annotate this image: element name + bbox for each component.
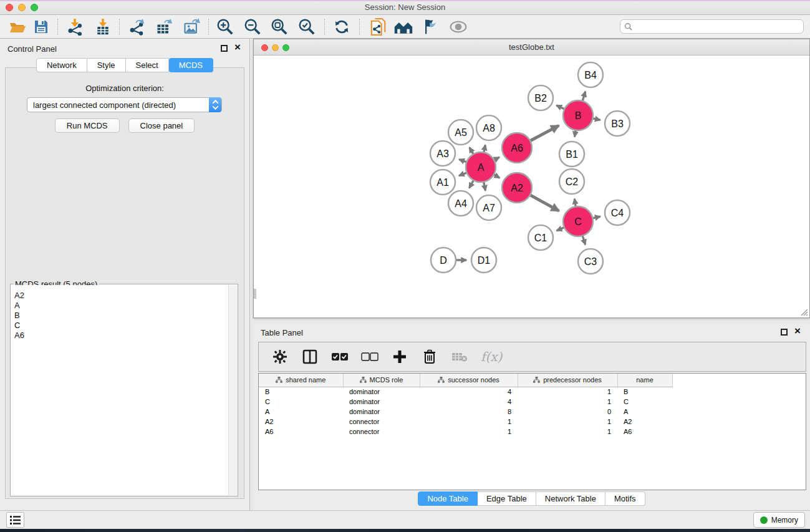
table-cell[interactable]: A6 (259, 427, 343, 437)
mcds-result-item[interactable]: A (14, 301, 228, 311)
table-row[interactable]: A2connector11A2 (259, 417, 672, 427)
graph-node-label: A1 (436, 177, 449, 188)
delete-table-button[interactable] (451, 348, 468, 365)
delete-column-button[interactable] (421, 348, 438, 365)
graph-node-label: A4 (455, 198, 467, 209)
split-columns-icon (302, 349, 317, 364)
open-session-button[interactable] (7, 17, 28, 37)
table-cell[interactable]: dominator (343, 397, 420, 407)
graph-edge-A6-B[interactable] (529, 125, 559, 141)
table-cell[interactable]: B (259, 387, 343, 397)
select-all-columns-button[interactable] (331, 348, 349, 365)
splitter-handle[interactable] (254, 289, 256, 299)
column-header-MCDS-role[interactable]: MCDS role (343, 374, 420, 387)
network-window-titlebar[interactable]: testGlobe.txt (254, 39, 809, 56)
column-header-shared-name[interactable]: shared name (259, 374, 343, 387)
mcds-result-item[interactable]: B (14, 311, 228, 321)
column-header-predecessor-nodes[interactable]: predecessor nodes (518, 374, 617, 387)
close-table-panel-icon[interactable]: × (794, 325, 801, 337)
float-table-panel-icon[interactable] (781, 329, 788, 336)
export-table-button[interactable] (153, 17, 175, 37)
table-cell[interactable]: A2 (259, 417, 343, 427)
show-all-button[interactable] (448, 17, 469, 37)
tab-node-table[interactable]: Node Table (418, 491, 478, 506)
apply-layout-button[interactable] (331, 17, 352, 37)
table-cell[interactable]: 1 (420, 427, 518, 437)
table-cell[interactable]: 8 (420, 407, 518, 417)
mcds-result-group: MCDS result (5 nodes) A2ABCA6 (10, 284, 238, 496)
table-cell[interactable]: 4 (420, 397, 518, 407)
save-session-button[interactable] (31, 17, 52, 37)
function-builder-button[interactable]: f(x) (481, 348, 502, 365)
import-network-icon (66, 18, 84, 36)
table-cell[interactable]: 1 (518, 387, 617, 397)
column-header-successor-nodes[interactable]: successor nodes (420, 374, 518, 387)
zoom-selected-button[interactable] (296, 17, 317, 37)
new-network-from-selection-button[interactable] (368, 17, 389, 37)
tab-select[interactable]: Select (126, 58, 169, 72)
tab-motifs[interactable]: Motifs (605, 491, 645, 506)
table-cell[interactable]: 1 (420, 417, 518, 427)
tab-edge-table[interactable]: Edge Table (478, 491, 536, 506)
zoom-in-button[interactable] (215, 17, 236, 37)
table-cell[interactable]: 0 (518, 407, 617, 417)
node-table-grid[interactable]: shared nameMCDS rolesuccessor nodesprede… (259, 374, 673, 437)
import-network-button[interactable] (64, 17, 85, 37)
tab-mcds[interactable]: MCDS (169, 58, 213, 72)
close-panel-button[interactable]: Close panel (128, 118, 195, 133)
table-cell[interactable]: A2 (617, 417, 672, 427)
deselect-all-columns-button[interactable] (361, 348, 378, 365)
table-cell[interactable]: 4 (420, 387, 518, 397)
column-header-name[interactable]: name (617, 374, 672, 387)
graph-node-label: C1 (534, 233, 547, 243)
table-row[interactable]: Adominator80A (259, 407, 672, 417)
status-bar: Memory (0, 510, 810, 529)
tab-style[interactable]: Style (87, 58, 126, 72)
table-cell[interactable]: dominator (343, 387, 420, 397)
import-table-button[interactable] (92, 17, 113, 37)
zoom-out-button[interactable] (242, 17, 263, 37)
mcds-result-list[interactable]: A2ABCA6 (11, 285, 228, 495)
mcds-result-item[interactable]: A2 (14, 291, 228, 301)
close-panel-icon[interactable]: × (234, 41, 241, 54)
zoom-fit-button[interactable] (269, 17, 290, 37)
table-settings-button[interactable] (271, 348, 289, 365)
table-row[interactable]: Cdominator41C (259, 397, 672, 407)
table-cell[interactable]: 1 (518, 417, 617, 427)
table-cell[interactable]: B (617, 387, 672, 397)
mcds-result-item[interactable]: A6 (14, 331, 228, 341)
table-row[interactable]: A6connector11A6 (259, 427, 672, 437)
table-cell[interactable]: C (617, 397, 672, 407)
mcds-result-item[interactable]: C (14, 321, 228, 331)
graph-edge-A2-C[interactable] (529, 195, 559, 211)
table-cell[interactable]: A (617, 407, 672, 417)
run-mcds-button[interactable]: Run MCDS (55, 118, 120, 133)
network-graph[interactable]: B4B2BB3A8A5A6A3B1AC2A1A2A4A7C4CC1DD1C3 (254, 56, 809, 317)
hide-selected-button[interactable] (420, 17, 441, 37)
memory-button[interactable]: Memory (753, 512, 805, 528)
add-column-button[interactable] (391, 348, 408, 365)
network-canvas[interactable]: B4B2BB3A8A5A6A3B1AC2A1A2A4A7C4CC1DD1C3 (254, 56, 809, 317)
tab-network[interactable]: Network (36, 58, 87, 72)
resize-grip-icon[interactable] (799, 307, 808, 316)
table-cell[interactable]: connector (343, 417, 420, 427)
table-cell[interactable]: A (259, 407, 343, 417)
export-image-button[interactable] (181, 17, 202, 37)
export-network-button[interactable] (127, 17, 148, 37)
search-input[interactable] (633, 22, 803, 31)
table-cell[interactable]: C (259, 397, 343, 407)
table-cell[interactable]: 1 (518, 397, 617, 407)
tab-network-table[interactable]: Network Table (536, 491, 605, 506)
mcds-list-scrollbar[interactable] (228, 285, 237, 495)
task-history-button[interactable] (6, 512, 24, 528)
table-row[interactable]: Bdominator41B (259, 387, 672, 397)
table-cell[interactable]: connector (343, 427, 420, 437)
float-panel-icon[interactable] (221, 45, 228, 52)
table-cell[interactable]: A6 (617, 427, 672, 437)
criterion-dropdown[interactable]: largest connected component (directed) (27, 97, 222, 112)
table-cell[interactable]: dominator (343, 407, 420, 417)
first-neighbors-button[interactable] (393, 17, 414, 37)
toggle-panel-columns-button[interactable] (301, 348, 319, 365)
table-cell[interactable]: 1 (518, 427, 617, 437)
delete-table-icon (451, 351, 468, 362)
